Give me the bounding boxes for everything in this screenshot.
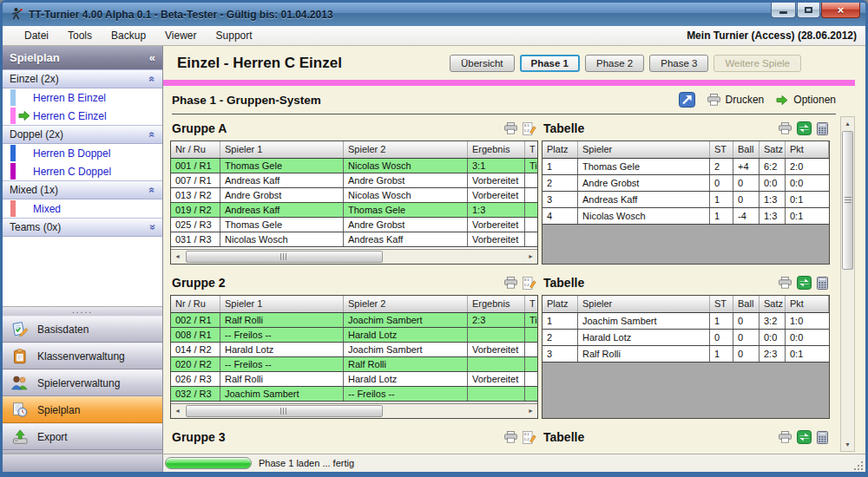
chevron-double-up-icon[interactable]: « [147,76,159,82]
minimize-button[interactable] [771,3,796,18]
nav-spielerverwaltung-button[interactable]: Spielerverwaltung [3,369,162,396]
column-header[interactable]: Ergebnis [468,141,525,158]
sidebar-item[interactable]: Mixed [3,199,162,218]
scroll-left-arrow[interactable]: ◄ [171,404,184,418]
horizontal-scroll-track[interactable] [184,250,524,264]
enter-result-icon[interactable]: 3:11:2 [523,277,536,290]
nav-export-button[interactable]: Export [3,423,162,450]
match-row[interactable]: 002 / R1Ralf RolliJoachim Sambert2:3Ti [171,313,537,328]
match-row[interactable]: 001 / R1Thomas GeleNicolas Wosch3:1Ti [171,159,537,173]
standings-row[interactable]: 3Andreas Kaff101:30:1 [542,192,829,208]
column-header[interactable]: Spieler [578,141,710,158]
recalculate-icon[interactable] [817,122,828,135]
scroll-right-arrow[interactable]: ► [524,404,537,418]
sidebar-item[interactable]: Herren C Doppel [3,162,162,180]
section-header[interactable]: Doppel (2x)« [3,125,162,144]
column-header[interactable]: Nr / Ru [171,296,220,312]
menu-backup[interactable]: Backup [102,27,155,44]
standings-row[interactable]: 3Ralf Rolli102:30:1 [542,346,829,363]
match-row[interactable]: 031 / R3Nicolas WoschAndreas KaffVorbere… [171,232,537,247]
print-standings-icon[interactable] [779,431,792,443]
print-group-icon[interactable] [504,431,517,443]
column-header[interactable]: Ball [733,296,760,312]
match-row[interactable]: 008 / R1-- Freilos --Harald Lotz [171,328,537,343]
column-header[interactable]: Spieler 1 [220,141,344,158]
chevron-double-down-icon[interactable]: « [147,225,159,231]
standings-row[interactable]: 1Thomas Gele2+46:22:0 [542,159,829,175]
sidebar-splitter[interactable]: ..... [3,306,162,316]
column-header[interactable]: ST [710,141,733,158]
print-group-icon[interactable] [504,122,517,134]
scroll-right-arrow[interactable]: ► [524,250,537,264]
chevron-double-up-icon[interactable]: « [147,187,159,193]
column-header[interactable]: Spieler 1 [220,296,344,312]
menu-support[interactable]: Support [207,27,262,44]
column-header[interactable]: ST [710,296,733,312]
tab-phase-2[interactable]: Phase 2 [585,55,644,72]
title-bar[interactable]: TT-Turnier 4.00 Alpha 0.1 - Beta-Tester … [3,3,865,26]
recalculate-icon[interactable] [817,431,828,444]
menu-tools[interactable]: Tools [58,27,102,44]
standings-row[interactable]: 1Joachim Sambert103:21:0 [542,313,829,330]
scroll-left-arrow[interactable]: ◄ [171,250,184,264]
tab-phase-3[interactable]: Phase 3 [649,55,708,72]
tab-phase-1[interactable]: Phase 1 [520,55,580,72]
column-header[interactable]: Spieler [578,296,710,312]
match-row[interactable]: 026 / R3Ralf RolliHarald LotzVorbereitet [171,372,537,387]
resize-grip[interactable] [854,461,864,470]
nav-spielplan-button[interactable]: Spielplan [3,396,162,423]
column-header[interactable]: Nr / Ru [171,141,220,158]
scroll-up-arrow[interactable]: ▲ [841,117,854,130]
print-standings-icon[interactable] [779,122,792,134]
chevron-double-up-icon[interactable]: « [147,132,159,138]
swap-players-icon[interactable] [797,121,812,135]
export-view-icon[interactable] [679,92,695,108]
column-header[interactable]: T [525,141,538,158]
horizontal-scrollbar[interactable]: ◄► [171,249,537,264]
vertical-scroll-track[interactable] [841,130,854,438]
horizontal-scroll-track[interactable] [184,404,524,418]
swap-players-icon[interactable] [797,430,812,444]
column-header[interactable]: Ergebnis [468,296,525,312]
enter-result-icon[interactable]: 3:11:2 [523,122,536,135]
nav-basisdaten-button[interactable]: Basisdaten [3,316,162,343]
menu-datei[interactable]: Datei [15,27,58,44]
horizontal-scrollbar[interactable]: ◄► [171,403,537,418]
match-row[interactable]: 013 / R2Andre GrobstNicolas WoschVorbere… [171,188,537,203]
sidebar-collapse-icon[interactable]: « [149,51,155,64]
optionen-button[interactable]: Optionen [776,94,836,106]
section-header[interactable]: Mixed (1x)« [3,180,162,199]
match-row[interactable]: 025 / R3Thomas GeleAndre GrobstVorbereit… [171,218,537,232]
column-header[interactable]: Ball [733,141,760,158]
print-group-icon[interactable] [504,277,517,289]
section-header[interactable]: Teams (0x)« [3,218,162,237]
drucken-button[interactable]: Drucken [707,94,765,106]
close-button[interactable]: × [821,3,860,18]
match-row[interactable]: 019 / R2Andreas KaffThomas Gele1:3 [171,203,537,218]
match-row[interactable]: 014 / R2Harald LotzJoachim SambertVorber… [171,343,537,357]
sidebar-item[interactable]: Herren B Doppel [3,144,162,162]
column-header[interactable]: Satz [760,296,786,312]
nav-klassenverwaltung-button[interactable]: Klassenverwaltung [3,343,162,369]
vertical-scrollbar[interactable]: ▲ ▼ [840,116,855,452]
maximize-button[interactable] [797,3,820,18]
column-header[interactable]: Platz [542,141,578,158]
match-row[interactable]: 032 / R3Joachim Sambert-- Freilos -- [171,387,537,402]
section-header[interactable]: Einzel (2x)« [3,69,162,88]
menu-viewer[interactable]: Viewer [155,27,206,44]
column-header[interactable]: Pkt [786,141,829,158]
recalculate-icon[interactable] [817,277,828,290]
column-header[interactable]: Spieler 2 [344,296,468,312]
column-header[interactable]: Pkt [786,296,829,312]
standings-row[interactable]: 4Nicolas Wosch1-41:30:1 [542,208,829,225]
column-header[interactable]: T [525,296,538,312]
match-row[interactable]: 007 / R1Andreas KaffAndre GrobstVorberei… [171,173,537,188]
swap-players-icon[interactable] [797,276,812,290]
standings-row[interactable]: 2Andre Grobst000:00:0 [542,175,829,192]
vertical-scroll-thumb[interactable] [842,131,853,270]
horizontal-scroll-thumb[interactable] [186,251,383,263]
enter-result-icon[interactable]: 3:11:2 [523,431,536,444]
match-row[interactable]: 020 / R2-- Freilos --Ralf Rolli [171,357,537,372]
scroll-down-arrow[interactable]: ▼ [841,438,854,451]
sidebar-item[interactable]: Herren C Einzel [3,107,162,125]
